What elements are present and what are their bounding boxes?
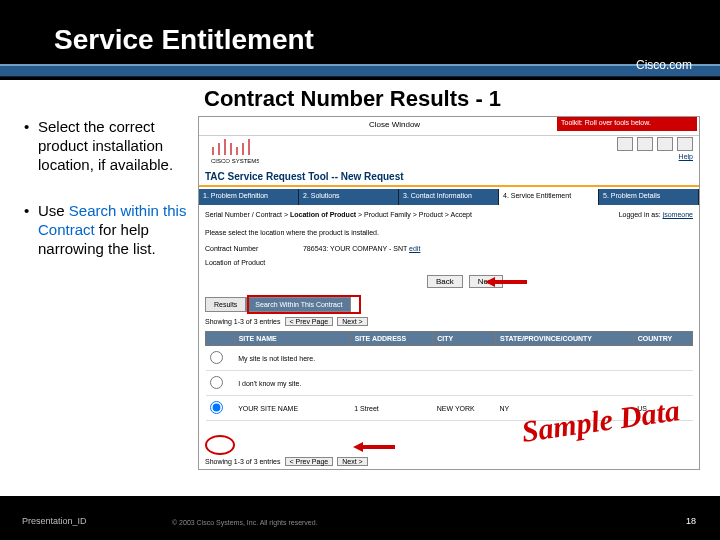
step-3[interactable]: 3. Contact Information: [399, 189, 499, 205]
cisco-logo: CISCO SYSTEMS: [207, 135, 259, 165]
prev-page-button[interactable]: < Prev Page: [285, 317, 334, 326]
tool-heading: TAC Service Request Tool -- New Request: [205, 171, 404, 182]
svg-marker-8: [485, 277, 527, 287]
bullet-2: Use Search within this Contract for help…: [24, 202, 192, 258]
col-city[interactable]: CITY: [433, 332, 496, 346]
step-2[interactable]: 2. Solutions: [299, 189, 399, 205]
col-radio: [206, 332, 235, 346]
pager-bottom: Showing 1-3 of 3 entries < Prev Page Nex…: [205, 457, 368, 466]
callout-oval: [205, 435, 235, 455]
callout-box: [247, 295, 361, 314]
wizard-steps: 1. Problem Definition 2. Solutions 3. Co…: [199, 189, 699, 205]
col-state[interactable]: STATE/PROVINCE/COUNTY: [496, 332, 634, 346]
step-4[interactable]: 4. Service Entitlement: [499, 189, 599, 205]
tool-icon[interactable]: [617, 137, 633, 151]
site-radio[interactable]: [210, 376, 223, 389]
callout-arrow-icon: [353, 442, 395, 452]
page-number: 18: [686, 516, 696, 526]
pager-top: Showing 1-3 of 3 entries < Prev Page Nex…: [205, 317, 368, 326]
instruction-text: Please select the location where the pro…: [205, 229, 379, 236]
col-site-name[interactable]: SITE NAME: [234, 332, 350, 346]
tab-results[interactable]: Results: [205, 297, 246, 312]
next-page-button[interactable]: Next >: [337, 457, 367, 466]
breadcrumb: Serial Number / Contract > Location of P…: [205, 211, 472, 218]
site-radio[interactable]: [210, 351, 223, 364]
svg-marker-9: [353, 442, 395, 452]
edit-link[interactable]: edit: [409, 245, 420, 252]
orange-divider: [199, 185, 699, 187]
logged-in-label: Logged in as: jsomeone: [619, 211, 693, 218]
col-site-address[interactable]: SITE ADDRESS: [350, 332, 433, 346]
field-contract-number: Contract Number 786543: YOUR COMPANY - S…: [205, 245, 420, 252]
prev-page-button[interactable]: < Prev Page: [285, 457, 334, 466]
slide-footer: Presentation_ID © 2003 Cisco Systems, In…: [0, 496, 720, 540]
toolkit-icons: [617, 137, 693, 151]
col-country[interactable]: COUNTRY: [633, 332, 692, 346]
toolkit-banner: Toolkit: Roll over tools below.: [557, 117, 697, 131]
tool-icon[interactable]: [677, 137, 693, 151]
tool-icon[interactable]: [637, 137, 653, 151]
callout-arrow-icon: [485, 277, 527, 287]
svg-text:CISCO SYSTEMS: CISCO SYSTEMS: [211, 158, 259, 164]
back-button[interactable]: Back: [427, 275, 463, 288]
copyright: © 2003 Cisco Systems, Inc. All rights re…: [172, 519, 318, 526]
page-title: Service Entitlement: [54, 24, 314, 56]
step-1[interactable]: 1. Problem Definition: [199, 189, 299, 205]
next-page-button[interactable]: Next >: [337, 317, 367, 326]
close-window-link[interactable]: Close Window: [369, 120, 420, 129]
tool-icon[interactable]: [657, 137, 673, 151]
bullet-list: Select the correct product installation …: [24, 118, 192, 287]
subtitle: Contract Number Results - 1: [200, 86, 505, 112]
field-location: Location of Product: [205, 259, 301, 266]
table-row: My site is not listed here.: [206, 346, 693, 371]
help-link[interactable]: Help: [679, 153, 693, 160]
user-link[interactable]: jsomeone: [663, 211, 693, 218]
table-row: I don't know my site.: [206, 371, 693, 396]
presentation-id: Presentation_ID: [22, 516, 87, 526]
brand-label: Cisco.com: [636, 58, 692, 72]
divider-bar: [0, 64, 720, 77]
bullet-1: Select the correct product installation …: [24, 118, 192, 174]
step-5[interactable]: 5. Problem Details: [599, 189, 699, 205]
site-radio[interactable]: [210, 401, 223, 414]
